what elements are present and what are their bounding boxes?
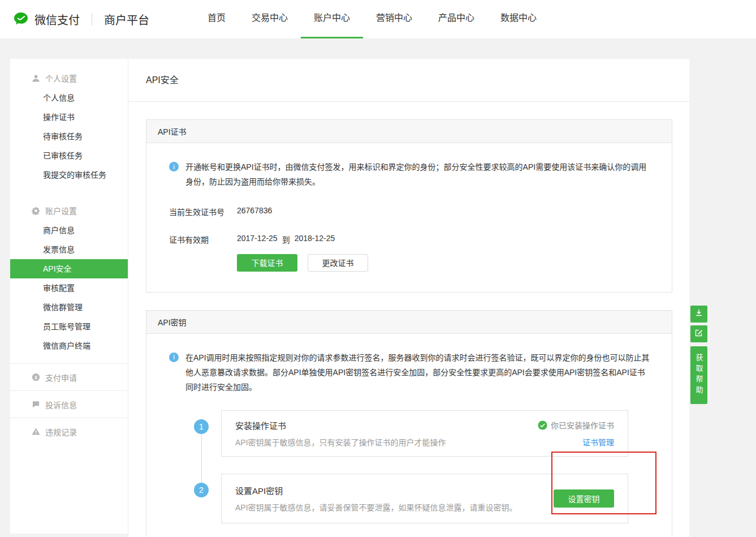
warning-icon [32, 427, 40, 436]
cert-validity-label: 证书有效期 [169, 234, 237, 245]
step-number-badge: 1 [194, 419, 209, 434]
cert-installed-status: 你已安装操作证书 [551, 419, 614, 431]
sidebar-section-label: 违规记录 [45, 426, 77, 437]
step1-title: 安装操作证书 [235, 419, 446, 431]
top-header: 微信支付 商户平台 首页 交易中心 账户中心 营销中心 产品中心 数据中心 [0, 0, 756, 38]
sidebar-item-pending-review-tasks[interactable]: 待审核任务 [10, 127, 128, 146]
step-install-cert: 1 安装操作证书 API密钥属于敏感信息，只有安装了操作证书的用户才能操作 [194, 410, 628, 457]
sidebar-section-label: 投诉信息 [45, 399, 77, 410]
step-set-api-key: 2 设置API密钥 API密钥属于敏感信息，请妥善保管不要泄露，如果怀疑信息泄露… [194, 474, 628, 523]
edit-icon [694, 328, 703, 340]
help-bar: 获取帮助 [690, 306, 707, 404]
api-cert-info-text: 开通帐号和更换API证书时，由微信支付签发，用来标识和界定你的身份；部分安全性要… [185, 160, 650, 190]
nav-item-products[interactable]: 产品中心 [425, 0, 487, 38]
api-key-card: API密钥 i 在API调用时用来按照指定规则对你的请求参数进行签名，服务器收到… [146, 310, 672, 537]
page-title: API安全 [128, 59, 689, 102]
sidebar-item-reviewed-tasks[interactable]: 已审核任务 [10, 146, 128, 165]
sidebar-section-account-settings-group: 账户设置 商户信息 发票信息 API安全 审核配置 微信群管理 员工账号管理 微… [10, 200, 128, 363]
main-content: API安全 API证书 i 开通帐号和更换API证书时，由微信支付签发，用来标识… [128, 59, 689, 537]
wechat-pay-logo-icon [12, 11, 29, 28]
sidebar-item-wechat-merchant-terminal[interactable]: 微信商户终端 [10, 336, 128, 355]
sidebar-item-staff-account-management[interactable]: 员工账号管理 [10, 317, 128, 336]
step2-desc: API密钥属于敏感信息，请妥善保管不要泄露，如果怀疑信息泄露，请重设密钥。 [235, 501, 517, 513]
download-icon [694, 308, 703, 320]
api-key-info-text: 在API调用时用来按照指定规则对你的请求参数进行签名，服务器收到你的请求时会进行… [185, 351, 650, 395]
step2-title: 设置API密钥 [235, 484, 517, 496]
sidebar-item-api-security[interactable]: API安全 [10, 259, 128, 278]
sidebar-section-violation-records-group: 违规记录 [10, 418, 128, 445]
sidebar-section-payment-application-group: 支付申请 [10, 363, 128, 390]
sidebar-section-complaint-info-group: 投诉信息 [10, 390, 128, 418]
cert-number-label: 当前生效证书号 [169, 206, 237, 217]
sidebar-section-complaint-info[interactable]: 投诉信息 [10, 391, 128, 418]
nav-item-marketing[interactable]: 营销中心 [363, 0, 425, 38]
sidebar-section-label: 个人设置 [45, 72, 77, 84]
user-icon [32, 74, 40, 83]
info-icon: i [169, 353, 179, 362]
sidebar-section-label: 支付申请 [45, 372, 77, 383]
sidebar-section-payment-application[interactable]: 支付申请 [10, 364, 128, 390]
sidebar-section-personal-settings-group: 个人设置 个人信息 操作证书 待审核任务 已审核任务 我提交的审核任务 [10, 68, 128, 192]
get-help-button[interactable]: 获取帮助 [690, 346, 707, 404]
api-cert-card: API证书 i 开通帐号和更换API证书时，由微信支付签发，用来标识和界定你的身… [146, 119, 672, 293]
sidebar-item-wechat-group-management[interactable]: 微信群管理 [10, 298, 128, 317]
sidebar-item-my-submitted-tasks[interactable]: 我提交的审核任务 [10, 165, 128, 184]
check-icon [538, 420, 547, 430]
sidebar-item-operation-cert[interactable]: 操作证书 [10, 108, 128, 127]
logo[interactable]: 微信支付 商户平台 [12, 11, 149, 28]
brand-name: 微信支付 [34, 11, 80, 28]
page-body: 个人设置 个人信息 操作证书 待审核任务 已审核任务 我提交的审核任务 账户设置… [0, 38, 756, 537]
nav-item-account-center[interactable]: 账户中心 [301, 0, 363, 38]
cert-manage-link[interactable]: 证书管理 [582, 436, 614, 448]
platform-name: 商户平台 [104, 11, 149, 28]
api-cert-card-title: API证书 [146, 120, 672, 143]
sidebar-section-personal-settings[interactable]: 个人设置 [10, 68, 128, 88]
logo-divider [92, 13, 92, 25]
nav-item-data-center[interactable]: 数据中心 [487, 0, 550, 38]
help-download-button[interactable] [690, 306, 707, 323]
sidebar: 个人设置 个人信息 操作证书 待审核任务 已审核任务 我提交的审核任务 账户设置… [10, 59, 128, 534]
sidebar-item-review-config[interactable]: 审核配置 [10, 278, 128, 298]
download-cert-button[interactable]: 下载证书 [237, 254, 297, 272]
sidebar-item-merchant-info[interactable]: 商户信息 [10, 221, 128, 240]
api-key-steps: 1 安装操作证书 API密钥属于敏感信息，只有安装了操作证书的用户才能操作 [194, 410, 628, 523]
main-nav: 首页 交易中心 账户中心 营销中心 产品中心 数据中心 [195, 0, 550, 38]
set-key-button[interactable]: 设置密钥 [554, 489, 614, 508]
sidebar-item-invoice-info[interactable]: 发票信息 [10, 240, 128, 259]
change-cert-button[interactable]: 更改证书 [308, 254, 368, 272]
sidebar-section-label: 账户设置 [45, 205, 77, 216]
sidebar-section-violation-records[interactable]: 违规记录 [10, 418, 128, 445]
complaint-icon [32, 400, 40, 409]
nav-item-home[interactable]: 首页 [195, 0, 239, 38]
payment-icon [32, 373, 40, 381]
help-feedback-button[interactable] [690, 325, 707, 342]
sidebar-item-personal-info[interactable]: 个人信息 [10, 88, 128, 108]
step-number-badge: 2 [194, 483, 209, 497]
gear-icon [32, 207, 40, 215]
nav-item-transactions[interactable]: 交易中心 [239, 0, 301, 38]
info-icon: i [169, 162, 179, 171]
step1-desc: API密钥属于敏感信息，只有安装了操作证书的用户才能操作 [235, 436, 446, 448]
api-key-card-title: API密钥 [146, 311, 672, 334]
cert-number-value: 26767836 [237, 206, 272, 217]
cert-validity-from: 2017-12-25 [237, 234, 278, 245]
sidebar-section-account-settings[interactable]: 账户设置 [10, 200, 128, 221]
cert-validity-to: 2018-12-25 [295, 234, 335, 245]
cert-validity-joiner: 到 [282, 234, 290, 245]
